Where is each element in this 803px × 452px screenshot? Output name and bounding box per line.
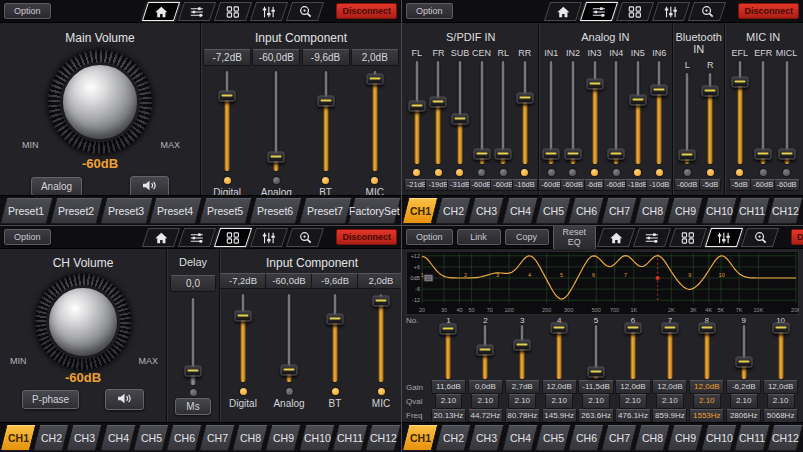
eq-gain-slider[interactable] [551,325,567,379]
slider-handle[interactable] [651,84,668,95]
eq-qval-value[interactable]: 2.10 [619,394,647,408]
channel-tab-ch2[interactable]: CH2 [435,198,472,224]
preset-tab-preset4[interactable]: Preset4 [149,198,202,224]
channel-tab-ch4[interactable]: CH4 [501,198,538,224]
channel-tab-ch11[interactable]: CH11 [331,425,368,451]
eq-gain-value[interactable]: -6,2dB [726,380,761,394]
channel-level-slider[interactable] [587,61,603,164]
eq-qval-value[interactable]: 2.10 [693,394,721,408]
channel-level-slider[interactable] [409,61,425,164]
nav-tab-home[interactable] [544,2,582,21]
channel-tab-ch10[interactable]: CH10 [700,425,737,451]
channel-level-slider[interactable] [651,61,667,164]
slider-handle[interactable] [366,74,383,85]
channel-level-value[interactable]: -10dB [646,179,672,191]
channel-tab-ch11[interactable]: CH11 [733,425,770,451]
slider-handle[interactable] [516,93,533,104]
channel-level-slider[interactable] [779,61,795,164]
slider-handle[interactable] [219,91,236,102]
channel-tab-ch1[interactable]: CH1 [402,425,438,451]
eq-gain-value[interactable]: 12,0dB [615,380,650,394]
channel-tab-ch8[interactable]: CH8 [634,198,671,224]
eq-qval-value[interactable]: 2.10 [508,394,536,408]
eq-qval-value[interactable]: 2.10 [582,394,610,408]
eq-freq-value[interactable]: 1553Hz [689,409,724,422]
channel-tab-ch7[interactable]: CH7 [199,425,236,451]
channel-gain-slider[interactable] [318,71,334,171]
eq-freq-value[interactable]: 263.6Hz [578,409,613,422]
slider-handle[interactable] [624,323,641,334]
channel-level-slider[interactable] [452,61,468,164]
channel-tab-ch4[interactable]: CH4 [99,425,136,451]
channel-level-value[interactable]: -16dB [512,179,538,191]
slider-handle[interactable] [586,78,603,89]
channel-tab-ch8[interactable]: CH8 [232,425,269,451]
slider-handle[interactable] [430,97,447,108]
disconnect-button[interactable]: Disconnect [738,3,799,19]
channel-gain-value[interactable]: -60,0dB [265,273,313,289]
eq-gain-value[interactable]: 12,0dB [689,380,724,394]
slider-handle[interactable] [772,323,789,334]
channel-tab-ch9[interactable]: CH9 [667,425,704,451]
channel-level-slider[interactable] [543,61,559,164]
channel-tab-ch1[interactable]: CH1 [0,425,36,451]
channel-level-value[interactable]: -60dB [774,179,800,191]
channel-tab-ch6[interactable]: CH6 [568,425,605,451]
nav-tab-equalizer[interactable] [652,2,690,21]
channel-gain-value[interactable]: -60,0dB [252,49,300,66]
eq-freq-value[interactable]: 145.9Hz [542,409,577,422]
channel-tab-ch7[interactable]: CH7 [601,198,638,224]
eq-qval-value[interactable]: 2.10 [767,394,795,408]
eq-qval-value[interactable]: 2.10 [730,394,758,408]
channel-level-slider[interactable] [474,61,490,164]
channel-gain-slider[interactable] [281,294,297,382]
slider-handle[interactable] [408,101,425,112]
delay-slider[interactable] [185,298,201,385]
preset-tab-preset7[interactable]: Preset7 [298,198,351,224]
channel-gain-value[interactable]: 2,0dB [357,273,401,289]
channel-gain-slider[interactable] [327,294,343,382]
channel-tab-ch3[interactable]: CH3 [468,198,505,224]
slider-handle[interactable] [679,150,696,161]
slider-handle[interactable] [514,340,531,351]
nav-tab-tune[interactable] [286,228,324,247]
eq-freq-value[interactable]: 44.72Hz [468,409,503,422]
slider-handle[interactable] [755,148,772,159]
eq-gain-slider[interactable] [736,325,752,379]
nav-tab-input-mixer[interactable] [178,228,216,247]
channel-tab-ch2[interactable]: CH2 [33,425,70,451]
option-button[interactable]: Option [4,229,51,245]
slider-handle[interactable] [268,152,285,163]
eq-gain-value[interactable]: 12,0dB [542,380,577,394]
nav-tab-input-mixer[interactable] [633,228,671,247]
slider-handle[interactable] [735,356,752,367]
mute-button[interactable] [105,389,144,410]
eq-freq-value[interactable]: 80.78Hz [505,409,540,422]
channel-tab-ch10[interactable]: CH10 [298,425,335,451]
slider-handle[interactable] [185,366,202,377]
eq-gain-value[interactable]: 12,0dB [652,380,687,394]
channel-tab-ch3[interactable]: CH3 [468,425,505,451]
nav-tab-output-grid[interactable] [616,2,654,21]
slider-handle[interactable] [629,95,646,106]
channel-tab-ch5[interactable]: CH5 [132,425,169,451]
slider-handle[interactable] [473,148,490,159]
delay-unit-button[interactable]: Ms [175,398,210,415]
channel-level-value[interactable]: -5dB [699,179,721,191]
channel-level-slider[interactable] [702,73,718,164]
nav-tab-home[interactable] [142,2,180,21]
nav-tab-tune[interactable] [741,228,779,247]
eq-gain-slider[interactable] [625,325,641,379]
eq-gain-value[interactable]: 11,6dB [431,380,466,394]
channel-tab-ch10[interactable]: CH10 [700,198,737,224]
eq-gain-slider[interactable] [514,325,530,379]
channel-tab-ch4[interactable]: CH4 [501,425,538,451]
channel-tab-ch5[interactable]: CH5 [534,198,571,224]
nav-tab-equalizer[interactable] [250,2,288,21]
channel-tab-ch12[interactable]: CH12 [365,425,401,451]
eq-freq-value[interactable]: 20.13Hz [431,409,466,422]
slider-handle[interactable] [588,366,605,377]
slider-handle[interactable] [543,148,560,159]
disconnect-button[interactable]: Disconnect [791,229,803,245]
nav-tab-equalizer[interactable] [705,228,743,247]
